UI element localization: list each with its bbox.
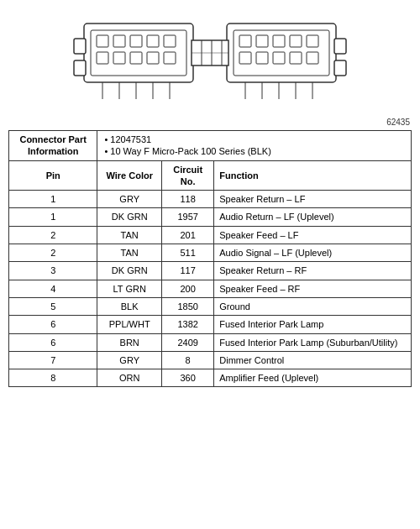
svg-rect-11 — [147, 52, 159, 64]
function-header: Function — [214, 160, 412, 191]
table-row: 2 TAN 511 Audio Signal – LF (Uplevel) — [9, 244, 412, 262]
circuit-no-cell: 118 — [162, 191, 214, 208]
circuit-no-cell: 1382 — [162, 316, 214, 333]
wire-color-cell: TAN — [97, 244, 162, 262]
wire-color-cell: DK GRN — [97, 208, 162, 226]
svg-rect-5 — [130, 35, 142, 47]
wire-color-cell: BRN — [97, 333, 162, 351]
svg-rect-19 — [239, 35, 251, 47]
pin-cell: 4 — [9, 280, 97, 297]
svg-rect-12 — [164, 52, 176, 64]
pin-cell: 2 — [9, 244, 97, 262]
circuit-no-cell: 8 — [162, 351, 214, 369]
connector-svg — [67, 11, 353, 120]
function-cell: Fused Interior Park Lamp (Suburban/Utili… — [214, 333, 412, 351]
function-cell: Ground — [214, 297, 412, 315]
pin-cell: 2 — [9, 226, 97, 244]
pin-header: Pin — [9, 160, 97, 191]
svg-rect-9 — [113, 52, 125, 64]
circuit-no-cell: 1850 — [162, 297, 214, 315]
svg-rect-21 — [273, 35, 285, 47]
svg-rect-29 — [74, 39, 86, 54]
svg-rect-20 — [256, 35, 268, 47]
circuit-no-cell: 1957 — [162, 208, 214, 226]
svg-rect-31 — [334, 39, 346, 54]
circuit-no-header: Circuit No. — [162, 160, 214, 191]
function-cell: Amplifier Feed (Uplevel) — [214, 369, 412, 387]
svg-rect-30 — [74, 60, 86, 76]
wire-color-cell: PPL/WHT — [97, 316, 162, 333]
table-row: 1 DK GRN 1957 Audio Return – LF (Uplevel… — [9, 208, 412, 226]
connector-specs: • 12047531 • 10 Way F Micro-Pack 100 Ser… — [97, 131, 412, 161]
svg-rect-26 — [273, 52, 285, 64]
svg-rect-25 — [256, 52, 268, 64]
svg-rect-3 — [97, 35, 108, 47]
wire-color-header: Wire Color — [97, 160, 162, 191]
table-row: 2 TAN 201 Speaker Feed – LF — [9, 226, 412, 244]
circuit-no-cell: 117 — [162, 262, 214, 280]
pin-cell: 7 — [9, 351, 97, 369]
function-cell: Speaker Return – LF — [214, 191, 412, 208]
table-row: 5 BLK 1850 Ground — [9, 297, 412, 315]
connector-diagram: 62435 — [0, 0, 420, 130]
svg-rect-10 — [130, 52, 142, 64]
svg-rect-22 — [290, 35, 302, 47]
circuit-no-cell: 201 — [162, 226, 214, 244]
table-row: 6 PPL/WHT 1382 Fused Interior Park Lamp — [9, 316, 412, 333]
connector-info-header: Connector Part Information — [9, 131, 97, 161]
svg-rect-7 — [164, 35, 176, 47]
svg-rect-6 — [147, 35, 159, 47]
table-row: 8 ORN 360 Amplifier Feed (Uplevel) — [9, 369, 412, 387]
pin-cell: 5 — [9, 297, 97, 315]
pin-cell: 1 — [9, 208, 97, 226]
connector-table: Connector Part Information • 12047531 • … — [8, 130, 412, 387]
table-row: 1 GRY 118 Speaker Return – LF — [9, 191, 412, 208]
svg-rect-8 — [97, 52, 108, 64]
circuit-no-cell: 511 — [162, 244, 214, 262]
svg-rect-28 — [307, 52, 318, 64]
wire-color-cell: DK GRN — [97, 262, 162, 280]
svg-rect-32 — [334, 60, 346, 76]
table-row: 4 LT GRN 200 Speaker Feed – RF — [9, 280, 412, 297]
pin-cell: 3 — [9, 262, 97, 280]
wire-color-cell: TAN — [97, 226, 162, 244]
svg-rect-27 — [290, 52, 302, 64]
table-row: 6 BRN 2409 Fused Interior Park Lamp (Sub… — [9, 333, 412, 351]
pin-cell: 1 — [9, 191, 97, 208]
pin-cell: 6 — [9, 333, 97, 351]
wire-color-cell: GRY — [97, 191, 162, 208]
table-row: 7 GRY 8 Dimmer Control — [9, 351, 412, 369]
pin-cell: 8 — [9, 369, 97, 387]
circuit-no-cell: 2409 — [162, 333, 214, 351]
wire-color-cell: GRY — [97, 351, 162, 369]
function-cell: Fused Interior Park Lamp — [214, 316, 412, 333]
svg-rect-4 — [113, 35, 125, 47]
wire-color-cell: ORN — [97, 369, 162, 387]
pin-cell: 6 — [9, 316, 97, 333]
function-cell: Speaker Return – RF — [214, 262, 412, 280]
wire-color-cell: BLK — [97, 297, 162, 315]
function-cell: Dimmer Control — [214, 351, 412, 369]
function-cell: Audio Return – LF (Uplevel) — [214, 208, 412, 226]
svg-rect-24 — [239, 52, 251, 64]
function-cell: Speaker Feed – RF — [214, 280, 412, 297]
wire-color-cell: LT GRN — [97, 280, 162, 297]
svg-rect-23 — [307, 35, 318, 47]
diagram-part-number: 62435 — [386, 118, 410, 127]
function-cell: Audio Signal – LF (Uplevel) — [214, 244, 412, 262]
circuit-no-cell: 200 — [162, 280, 214, 297]
function-cell: Speaker Feed – LF — [214, 226, 412, 244]
table-row: 3 DK GRN 117 Speaker Return – RF — [9, 262, 412, 280]
circuit-no-cell: 360 — [162, 369, 214, 387]
